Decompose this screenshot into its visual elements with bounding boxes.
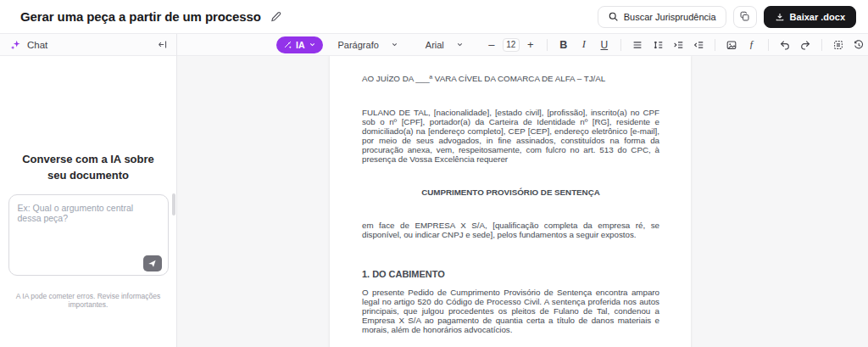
header-actions: Buscar Jurisprudência Baixar .docx: [598, 6, 856, 28]
underline-icon: U: [600, 39, 608, 51]
insert-image-button[interactable]: [722, 36, 741, 53]
doc-section1-body: O presente Pedido de Cumprimento Provisó…: [362, 288, 659, 334]
top-header: Gerar uma peça a partir de um processo B…: [0, 0, 868, 34]
page-title: Gerar uma peça a partir de um processo: [20, 9, 261, 24]
bold-icon: B: [559, 39, 567, 51]
chat-input-container: [8, 194, 169, 279]
doc-section1-title: 1. DO CABIMENTO: [362, 269, 659, 280]
chat-prompt-title: Converse com a IA sobre seu documento: [13, 151, 164, 183]
italic-button[interactable]: I: [575, 36, 593, 53]
line-spacing-icon: [652, 39, 664, 51]
chevron-down-icon: [456, 41, 464, 48]
chevron-down-icon: [391, 41, 398, 48]
search-icon: [608, 11, 619, 22]
wand-sparkle-icon: [283, 40, 292, 49]
toolbar-divider: [620, 39, 621, 51]
ia-menu-button[interactable]: IA: [276, 36, 323, 53]
ai-disclaimer: A IA pode cometer erros. Revise informaç…: [6, 292, 171, 309]
doc-addressing: AO JUÍZO DA ___ª VARA CÍVEL DA COMARCA D…: [362, 74, 659, 83]
image-icon: [726, 39, 737, 51]
undo-button[interactable]: [776, 36, 794, 53]
paragraph-style-select[interactable]: Parágrafo: [331, 36, 405, 53]
paragraph-style-value: Parágrafo: [338, 40, 379, 50]
download-docx-button[interactable]: Baixar .docx: [764, 6, 856, 28]
toolbar-divider: [547, 39, 548, 51]
download-docx-label: Baixar .docx: [790, 12, 845, 22]
font-size-increase-button[interactable]: +: [521, 36, 540, 53]
copy-icon: [739, 11, 750, 22]
document-page[interactable]: AO JUÍZO DA ___ª VARA CÍVEL DA COMARCA D…: [330, 56, 691, 347]
toolbar-divider: [821, 39, 822, 51]
history-button[interactable]: [849, 36, 868, 53]
select-all-button[interactable]: [829, 36, 848, 53]
chat-sidebar-body: Converse com a IA sobre seu documento A …: [0, 56, 176, 347]
chat-sidebar: Chat Converse com a IA sobre seu documen…: [0, 34, 177, 347]
collapse-sidebar-button[interactable]: [157, 39, 168, 50]
history-icon: [853, 39, 865, 51]
pencil-icon: [270, 10, 282, 23]
ia-button-label: IA: [296, 40, 305, 50]
chevron-down-icon: [309, 41, 316, 48]
indent-decrease-button[interactable]: [689, 36, 708, 53]
title-wrap: Gerar uma peça a partir de um processo: [20, 9, 282, 24]
font-size-decrease-button[interactable]: –: [482, 36, 501, 53]
doc-qualification: FULANO DE TAL, [nacionalidade], [estado …: [362, 108, 659, 164]
font-size-value[interactable]: 12: [503, 38, 520, 52]
insert-field-icon: ƒ: [749, 38, 754, 51]
indent-increase-icon: [672, 39, 684, 51]
redo-button[interactable]: [796, 36, 815, 53]
editor-main: IA Parágrafo Arial: [177, 34, 868, 347]
send-icon: [147, 259, 157, 268]
minus-icon: –: [488, 38, 494, 51]
redo-icon: [799, 39, 811, 51]
line-spacing-button[interactable]: [648, 36, 667, 53]
align-justify-button[interactable]: [628, 36, 647, 53]
font-family-select[interactable]: Arial: [419, 36, 470, 53]
bold-button[interactable]: B: [554, 36, 573, 53]
plus-icon: +: [527, 38, 534, 51]
send-button[interactable]: [143, 255, 162, 271]
chat-sidebar-header: Chat: [0, 34, 176, 56]
font-family-value: Arial: [426, 40, 444, 50]
indent-decrease-icon: [693, 39, 704, 51]
app-window: Gerar uma peça a partir de um processo B…: [0, 0, 868, 347]
edit-title-button[interactable]: [270, 10, 282, 23]
select-all-icon: [832, 39, 844, 51]
editor-toolbar: IA Parágrafo Arial: [177, 34, 868, 56]
italic-icon: I: [582, 38, 586, 51]
undo-icon: [779, 39, 791, 51]
doc-title: CUMPRIMENTO PROVISÓRIO DE SENTENÇA: [362, 187, 659, 197]
doc-against: em face de EMPRESA X S/A, [qualificação …: [362, 221, 659, 239]
copy-button[interactable]: [733, 6, 757, 28]
collapse-left-icon: [157, 39, 168, 50]
search-jurisprudence-label: Buscar Jurisprudência: [624, 12, 716, 22]
chat-label: Chat: [27, 40, 47, 50]
download-icon: [775, 12, 785, 22]
sidebar-scrollbar-thumb[interactable]: [172, 193, 175, 215]
search-jurisprudence-button[interactable]: Buscar Jurisprudência: [598, 6, 726, 28]
document-canvas: AO JUÍZO DA ___ª VARA CÍVEL DA COMARCA D…: [177, 56, 868, 347]
indent-increase-button[interactable]: [669, 36, 687, 53]
toolbar-divider: [715, 39, 715, 51]
underline-button[interactable]: U: [595, 36, 614, 53]
toolbar-divider: [768, 39, 769, 51]
align-justify-icon: [632, 39, 643, 51]
sparkles-icon: [10, 39, 21, 50]
insert-field-button[interactable]: ƒ: [743, 36, 761, 53]
